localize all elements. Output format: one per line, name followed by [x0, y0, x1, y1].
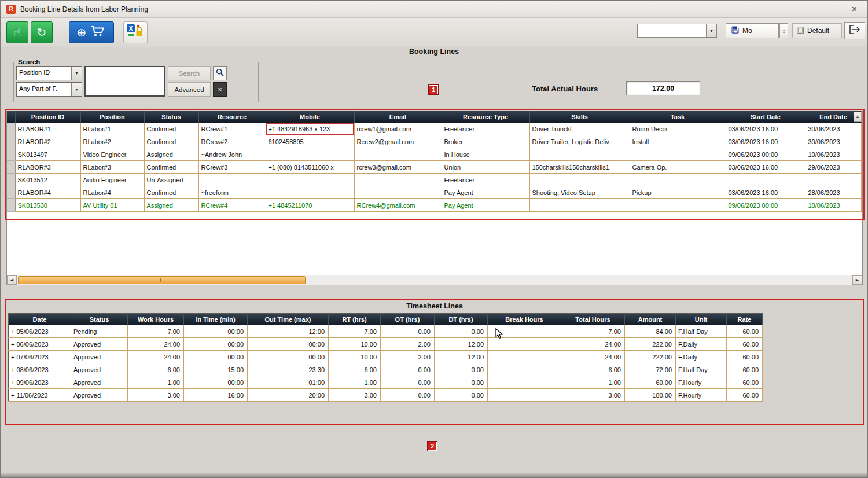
- row-selector[interactable]: [7, 148, 15, 161]
- default-layout-button[interactable]: Default: [792, 23, 842, 38]
- save-layout-button[interactable]: Mo: [726, 23, 779, 38]
- cell[interactable]: 6102458895: [266, 135, 354, 148]
- cell[interactable]: Confirmed: [144, 186, 198, 199]
- cell[interactable]: 00:00: [184, 338, 248, 351]
- table-row[interactable]: RLABOR#1RLabor#1ConfirmedRCrew#1+1 48429…: [7, 123, 861, 135]
- column-header[interactable]: Total Hours: [561, 314, 625, 326]
- cell[interactable]: Freelancer: [442, 123, 529, 135]
- cell[interactable]: [266, 174, 354, 186]
- table-row[interactable]: RLABOR#2RLabor#2ConfirmedRCrew#261024588…: [7, 135, 861, 148]
- cell[interactable]: Approved: [71, 351, 128, 363]
- column-header[interactable]: Status: [144, 111, 198, 123]
- cell[interactable]: 180.00: [625, 389, 676, 402]
- cell[interactable]: 7.00: [128, 325, 184, 338]
- cell[interactable]: Driver Trailer, Logistic Deliv.: [529, 135, 630, 148]
- row-selector[interactable]: [7, 174, 15, 186]
- cell[interactable]: F.Hourly: [676, 376, 727, 389]
- column-header[interactable]: Date: [9, 314, 71, 326]
- cell[interactable]: [529, 148, 630, 161]
- cell[interactable]: ~Andrew John: [198, 148, 266, 161]
- cell[interactable]: [488, 389, 561, 402]
- table-row[interactable]: + 09/06/2023Approved1.0000:0001:001.000.…: [9, 376, 763, 389]
- cell[interactable]: [354, 174, 442, 186]
- cell[interactable]: Install: [630, 135, 726, 148]
- chevron-down-icon[interactable]: ▼: [71, 83, 82, 96]
- cell[interactable]: 2.00: [381, 338, 435, 351]
- column-header[interactable]: RT (hrs): [329, 314, 381, 326]
- cell[interactable]: ~freeform: [198, 186, 266, 199]
- chevron-down-icon[interactable]: ▼: [706, 24, 716, 37]
- cell[interactable]: 00:00: [248, 351, 329, 363]
- cell[interactable]: 16:00: [184, 389, 248, 402]
- cell[interactable]: 24.00: [561, 351, 625, 363]
- table-row[interactable]: SK013530AV Utility 01AssignedRCrew#4+1 4…: [7, 199, 861, 212]
- cell[interactable]: 0.00: [435, 376, 488, 389]
- scroll-left-button[interactable]: ◀: [7, 275, 17, 285]
- cell[interactable]: +1 4845211070: [266, 199, 354, 212]
- cell[interactable]: 6.00: [561, 363, 625, 376]
- cell[interactable]: RLabor#1: [80, 123, 144, 135]
- cell[interactable]: Approved: [71, 389, 128, 402]
- cell[interactable]: [354, 148, 442, 161]
- cell[interactable]: Confirmed: [144, 135, 198, 148]
- cell[interactable]: 30/06/2023: [806, 123, 861, 135]
- cell[interactable]: Audio Engineer: [80, 174, 144, 186]
- column-header[interactable]: Start Date: [726, 111, 806, 123]
- cell[interactable]: [529, 174, 630, 186]
- table-row[interactable]: + 11/06/2023Approved3.0016:0020:003.000.…: [9, 389, 763, 402]
- column-header[interactable]: OT (hrs): [381, 314, 435, 326]
- cell[interactable]: 03/06/2023 16:00: [726, 135, 806, 148]
- column-header[interactable]: Rate: [727, 314, 763, 326]
- cell[interactable]: 7.00: [329, 325, 381, 338]
- cell[interactable]: Confirmed: [144, 123, 198, 135]
- cell[interactable]: 24.00: [128, 338, 184, 351]
- cell[interactable]: [630, 199, 726, 212]
- cell[interactable]: Assigned: [144, 148, 198, 161]
- cell[interactable]: RCrew#2: [198, 135, 266, 148]
- advanced-button[interactable]: Advanced: [168, 82, 211, 97]
- cell[interactable]: [529, 199, 630, 212]
- cell[interactable]: 0.00: [381, 389, 435, 402]
- table-row[interactable]: RLABOR#3RLabor#3ConfirmedRCrew#3+1 (080)…: [7, 161, 861, 174]
- table-row[interactable]: + 07/06/2023Approved24.0000:0000:0010.00…: [9, 351, 763, 363]
- cell[interactable]: F.Daily: [676, 351, 727, 363]
- add-to-cart-button[interactable]: ⊕: [69, 21, 114, 43]
- refresh-button[interactable]: ↻: [31, 21, 53, 43]
- cell[interactable]: 60.00: [727, 351, 763, 363]
- cell[interactable]: RCrew#4: [198, 199, 266, 212]
- cell[interactable]: 10.00: [329, 338, 381, 351]
- cell[interactable]: 10/06/2023: [806, 199, 861, 212]
- table-row[interactable]: RLABOR#4RLabor#4Confirmed~freeformPay Ag…: [7, 186, 861, 199]
- cell[interactable]: 0.00: [381, 325, 435, 338]
- row-selector[interactable]: [7, 186, 15, 199]
- cell[interactable]: 60.00: [727, 389, 763, 402]
- cell[interactable]: 12:00: [248, 325, 329, 338]
- cell[interactable]: AV Utility 01: [80, 199, 144, 212]
- cell[interactable]: Freelancer: [442, 174, 529, 186]
- cell[interactable]: rcrew3@gmail.com: [354, 161, 442, 174]
- layout-spinner-button[interactable]: ↕: [779, 23, 788, 38]
- cell[interactable]: [488, 363, 561, 376]
- cell[interactable]: 15:00: [184, 363, 248, 376]
- exit-button[interactable]: [844, 22, 865, 39]
- column-header[interactable]: DT (hrs): [435, 314, 488, 326]
- cell[interactable]: + 11/06/2023: [9, 389, 71, 402]
- cell[interactable]: Room Decor: [630, 123, 726, 135]
- cell[interactable]: RCrew4@gmail.com: [354, 199, 442, 212]
- cell[interactable]: 1.00: [329, 376, 381, 389]
- cell[interactable]: 1.00: [561, 376, 625, 389]
- column-header[interactable]: Status: [71, 314, 128, 326]
- cell[interactable]: 20:00: [248, 389, 329, 402]
- cell[interactable]: RCrew#3: [198, 161, 266, 174]
- cell[interactable]: 72.00: [625, 363, 676, 376]
- cell[interactable]: Approved: [71, 376, 128, 389]
- row-selector[interactable]: [7, 161, 15, 174]
- cell[interactable]: Camera Op.: [630, 161, 726, 174]
- horizontal-scrollbar[interactable]: ◀ ▶: [7, 275, 862, 285]
- cell[interactable]: 12.00: [435, 338, 488, 351]
- cell[interactable]: Union: [442, 161, 529, 174]
- cell[interactable]: [354, 186, 442, 199]
- cell[interactable]: Un-Assigned: [144, 174, 198, 186]
- table-row[interactable]: SK013497Video EngineerAssigned~Andrew Jo…: [7, 148, 861, 161]
- clear-search-button[interactable]: ×: [213, 82, 227, 97]
